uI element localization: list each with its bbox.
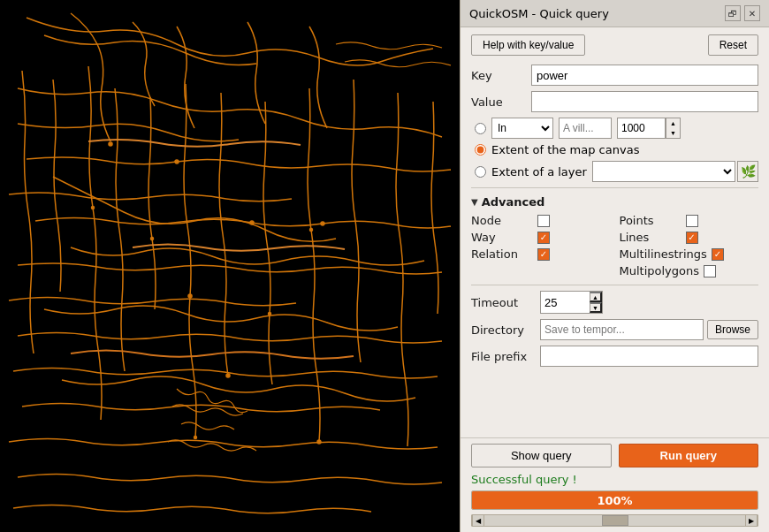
timeout-spinner: ▲ ▼ <box>540 291 603 314</box>
layer-select[interactable] <box>592 161 735 182</box>
file-prefix-label: File prefix <box>471 350 540 363</box>
directory-input[interactable] <box>540 319 704 340</box>
divider-2 <box>471 285 758 285</box>
advanced-grid: Node Points Way Lines Relation <box>471 214 758 277</box>
node-label: Node <box>471 214 533 227</box>
timeout-arrow-buttons: ▲ ▼ <box>590 292 602 313</box>
advanced-section-header[interactable]: ▼ Advanced <box>471 195 758 209</box>
adv-node-item: Node <box>471 214 611 227</box>
success-text: Successful query ! <box>471 473 758 486</box>
key-row: Key <box>471 65 758 86</box>
svg-point-12 <box>194 437 197 439</box>
layer-refresh-button[interactable]: 🌿 <box>737 161 758 182</box>
reset-button[interactable]: Reset <box>708 34 758 56</box>
svg-point-6 <box>151 238 154 240</box>
svg-point-3 <box>250 221 254 224</box>
value-row: Value <box>471 91 758 112</box>
timeout-up[interactable]: ▲ <box>590 292 602 302</box>
timeout-input[interactable] <box>541 292 590 313</box>
map-area <box>0 0 460 532</box>
progress-bar-fill: 100% <box>472 491 758 509</box>
relation-checkbox[interactable] <box>537 248 550 261</box>
value-input[interactable] <box>531 91 758 112</box>
scroll-left-arrow[interactable]: ◀ <box>472 514 484 527</box>
adv-lines-item: Lines <box>620 231 759 244</box>
title-controls: 🗗 ✕ <box>725 5 760 21</box>
radio-layer-row: Extent of a layer 🌿 <box>471 161 758 182</box>
map-canvas <box>0 0 460 532</box>
scroll-thumb[interactable] <box>602 515 628 526</box>
file-prefix-row: File prefix <box>471 346 758 367</box>
multilinestrings-checkbox[interactable] <box>712 248 724 261</box>
show-query-button[interactable]: Show query <box>471 444 612 467</box>
lines-label: Lines <box>620 231 681 244</box>
help-key-value-button[interactable]: Help with key/value <box>471 34 585 56</box>
file-prefix-input[interactable] <box>540 346 758 367</box>
radio-in-row: In ▲ ▼ <box>471 118 758 139</box>
scroll-track[interactable] <box>484 515 745 526</box>
timeout-down[interactable]: ▼ <box>590 302 602 313</box>
adv-multipolygons-item: Multipolygons <box>620 264 759 277</box>
close-button[interactable]: ✕ <box>744 5 760 21</box>
multipolygons-label: Multipolygons <box>620 264 700 277</box>
distance-spin-down[interactable]: ▼ <box>666 128 680 138</box>
adv-points-item: Points <box>620 214 759 227</box>
action-buttons-row: Show query Run query <box>471 444 758 467</box>
radio-in[interactable] <box>475 123 486 134</box>
adv-multilinestrings-item: Multilinestrings <box>620 247 759 261</box>
distance-spinner-group: ▲ ▼ <box>617 118 681 139</box>
bottom-bar: Show query Run query Successful query ! … <box>461 437 769 532</box>
svg-point-9 <box>188 294 192 298</box>
svg-point-4 <box>321 222 324 225</box>
svg-point-11 <box>317 440 321 444</box>
points-label: Points <box>620 214 681 227</box>
radio-extent-label: Extent of the map canvas <box>491 143 639 156</box>
restore-button[interactable]: 🗗 <box>725 5 741 21</box>
distance-input[interactable] <box>617 118 666 139</box>
svg-point-1 <box>109 142 112 146</box>
panel: QuickOSM - Quick query 🗗 ✕ Help with key… <box>460 0 769 532</box>
node-checkbox[interactable] <box>537 215 550 227</box>
multipolygons-checkbox[interactable] <box>704 265 716 277</box>
radio-layer-label: Extent of a layer <box>491 165 587 179</box>
village-input[interactable] <box>559 118 612 139</box>
adv-relation-item: Relation <box>471 247 611 261</box>
svg-rect-0 <box>0 0 460 532</box>
adv-way-item: Way <box>471 231 611 244</box>
timeout-label: Timeout <box>471 296 540 309</box>
svg-point-8 <box>310 229 313 232</box>
way-checkbox[interactable] <box>537 232 550 244</box>
radio-layer[interactable] <box>475 166 486 178</box>
directory-row: Directory Browse <box>471 319 758 340</box>
radio-extent[interactable] <box>475 144 486 156</box>
lines-checkbox[interactable] <box>686 232 698 244</box>
radio-in-controls: In ▲ ▼ <box>491 118 758 139</box>
progress-bar-container: 100% <box>471 490 758 510</box>
adv-empty-item <box>471 264 611 277</box>
svg-point-5 <box>92 207 95 209</box>
svg-point-10 <box>269 313 271 315</box>
distance-spin-up[interactable]: ▲ <box>666 118 680 128</box>
key-input[interactable] <box>531 65 758 86</box>
in-select[interactable]: In <box>491 118 553 139</box>
panel-title: QuickOSM - Quick query <box>469 7 609 20</box>
browse-button[interactable]: Browse <box>707 320 758 339</box>
horizontal-scrollbar[interactable]: ◀ ▶ <box>471 514 758 527</box>
points-checkbox[interactable] <box>686 215 698 227</box>
scroll-right-arrow[interactable]: ▶ <box>745 514 758 527</box>
divider-1 <box>471 187 758 188</box>
distance-spinner-buttons: ▲ ▼ <box>666 118 681 139</box>
timeout-row: Timeout ▲ ▼ <box>471 291 758 314</box>
advanced-label: Advanced <box>482 195 545 209</box>
radio-extent-row: Extent of the map canvas <box>471 143 758 156</box>
directory-label: Directory <box>471 323 540 337</box>
multilinestrings-label: Multilinestrings <box>620 247 707 261</box>
svg-point-2 <box>175 160 179 163</box>
run-query-button[interactable]: Run query <box>619 444 759 467</box>
key-label: Key <box>471 69 531 82</box>
relation-label: Relation <box>471 247 533 261</box>
svg-point-7 <box>226 374 230 377</box>
title-bar: QuickOSM - Quick query 🗗 ✕ <box>461 0 769 27</box>
way-label: Way <box>471 231 533 244</box>
value-label: Value <box>471 95 531 109</box>
